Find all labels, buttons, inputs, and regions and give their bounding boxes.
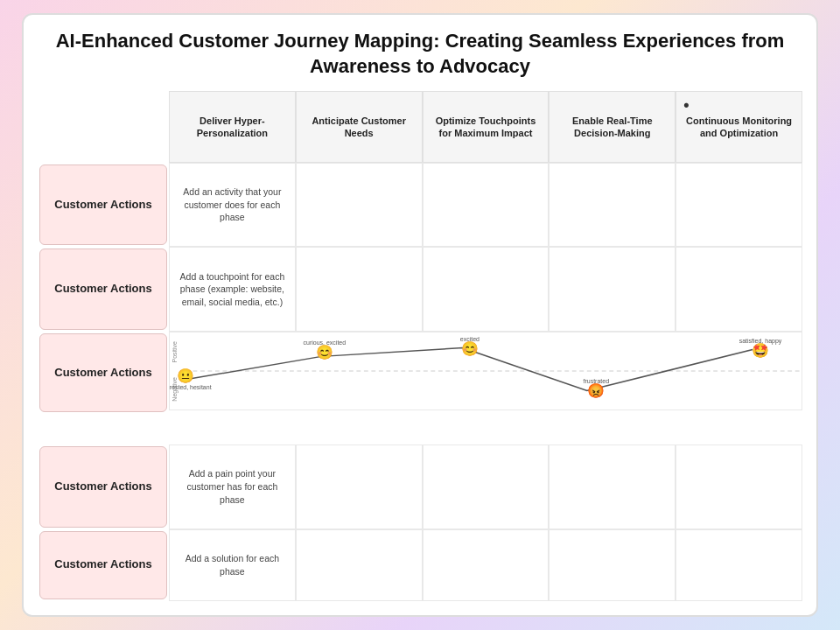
row2-cell1: Add a touchpoint for each phase (example… <box>169 247 296 332</box>
emoji-5: satisfied, happy 🤩 <box>739 338 782 358</box>
header-empty <box>38 91 169 162</box>
header-col5: • Continuous Monitoring and Optimization <box>676 91 802 162</box>
main-container: AI-Enhanced Customer Journey Mapping: Cr… <box>22 13 818 617</box>
emotion-svg <box>186 332 802 410</box>
page-title: AI-Enhanced Customer Journey Mapping: Cr… <box>38 29 802 79</box>
row1-cell4 <box>549 163 676 248</box>
row2-cell5 <box>676 247 802 332</box>
emoji-3: excited 😊 <box>460 336 480 356</box>
emoji-2: curious, excited 😊 <box>304 340 346 360</box>
header-col1: Deliver Hyper-Personalization <box>169 91 296 162</box>
row4-cell2 <box>296 444 423 529</box>
row1-cell1: Add an activity that your customer does … <box>169 163 296 248</box>
row5-cell2 <box>296 529 423 601</box>
row4-cell5 <box>676 444 802 529</box>
row2-cell3 <box>423 247 550 332</box>
row4-cell3 <box>423 444 550 529</box>
emoji-4: frustrated 😡 <box>584 378 610 398</box>
row5-cell1: Add a solution for each phase <box>169 529 296 601</box>
row1-cell5 <box>676 163 802 248</box>
row2-cell4 <box>549 247 676 332</box>
row5-cell3 <box>423 529 550 601</box>
row1-label: Customer Actions <box>39 164 167 246</box>
emotion-chart: Positive Negative 😐 interested, hesitant <box>169 332 802 410</box>
row4-label: Customer Actions <box>39 446 167 528</box>
emoji-1: 😐 interested, hesitant <box>169 369 212 390</box>
positive-label: Positive <box>172 341 186 363</box>
header-col3: Optimize Touchpoints for Maximum Impact <box>423 91 550 162</box>
header-col4: Enable Real-Time Decision-Making <box>549 91 676 162</box>
row4-cell4 <box>549 444 676 529</box>
row4-cell1: Add a pain point your customer has for e… <box>169 444 296 529</box>
row5-cell4 <box>549 529 676 601</box>
row5-cell5 <box>676 529 802 601</box>
row1-cell3 <box>423 163 550 248</box>
row2-label: Customer Actions <box>39 248 167 330</box>
row1-cell2 <box>296 163 423 248</box>
table-grid: Deliver Hyper-Personalization Anticipate… <box>38 91 802 601</box>
table-wrapper: Deliver Hyper-Personalization Anticipate… <box>38 91 802 601</box>
row3-label: Customer Actions <box>39 333 167 412</box>
row5-label: Customer Actions <box>39 531 167 599</box>
row2-cell2 <box>296 247 423 332</box>
header-col2: Anticipate Customer Needs <box>296 91 423 162</box>
